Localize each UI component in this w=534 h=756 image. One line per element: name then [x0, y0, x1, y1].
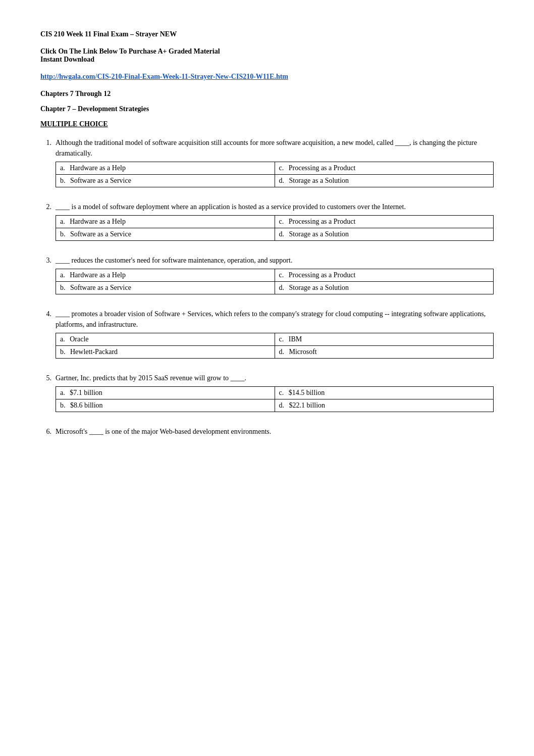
question-2-number: 2.	[40, 201, 51, 212]
document-subtitle: Click On The Link Below To Purchase A+ G…	[40, 47, 494, 64]
subtitle-line2: Instant Download	[40, 56, 94, 63]
question-4-answers: a. Oracle c. IBM b. Hewlett-Packard d. M…	[56, 333, 494, 359]
question-4-number: 4.	[40, 309, 51, 330]
answer-2a: a. Hardware as a Help	[56, 216, 275, 228]
answer-4c: c. IBM	[275, 333, 494, 346]
question-4-text: 4. ____ promotes a broader vision of Sof…	[40, 309, 494, 330]
answer-1b: b. Software as a Service	[56, 175, 275, 187]
question-1-text: 1. Although the traditional model of sof…	[40, 137, 494, 159]
answer-5a: a. $7.1 billion	[56, 387, 275, 399]
question-3-text: 3. ____ reduces the customer's need for …	[40, 255, 494, 266]
answer-2b: b. Software as a Service	[56, 228, 275, 241]
answer-3a: a. Hardware as a Help	[56, 269, 275, 282]
question-3-answers: a. Hardware as a Help c. Processing as a…	[56, 269, 494, 294]
question-1-answers: a. Hardware as a Help c. Processing as a…	[56, 162, 494, 187]
chapters-range: Chapters 7 Through 12	[40, 90, 494, 98]
question-5: 5. Gartner, Inc. predicts that by 2015 S…	[40, 373, 494, 412]
answer-3c: c. Processing as a Product	[275, 269, 494, 282]
question-4-body: ____ promotes a broader vision of Softwa…	[56, 309, 494, 330]
answer-3d: d. Storage as a Solution	[275, 282, 494, 294]
question-5-number: 5.	[40, 373, 51, 383]
question-6: 6. Microsoft's ____ is one of the major …	[40, 426, 494, 437]
answer-5c: c. $14.5 billion	[275, 387, 494, 399]
question-3: 3. ____ reduces the customer's need for …	[40, 255, 494, 294]
question-5-answers: a. $7.1 billion c. $14.5 billion b. $8.6…	[56, 386, 494, 412]
answer-2c: c. Processing as a Product	[275, 216, 494, 228]
question-6-text: 6. Microsoft's ____ is one of the major …	[40, 426, 494, 437]
answer-1a: a. Hardware as a Help	[56, 162, 275, 175]
subtitle-line1: Click On The Link Below To Purchase A+ G…	[40, 47, 220, 55]
document-title: CIS 210 Week 11 Final Exam – Strayer NEW	[40, 30, 494, 38]
question-6-body: Microsoft's ____ is one of the major Web…	[56, 426, 494, 437]
question-3-number: 3.	[40, 255, 51, 266]
question-5-text: 5. Gartner, Inc. predicts that by 2015 S…	[40, 373, 494, 383]
questions-container: 1. Although the traditional model of sof…	[40, 137, 494, 437]
answer-3b: b. Software as a Service	[56, 282, 275, 294]
answer-5d: d. $22.1 billion	[275, 399, 494, 412]
document-link[interactable]: http://hwgala.com/CIS-210-Final-Exam-Wee…	[40, 73, 494, 81]
question-2-text: 2. ____ is a model of software deploymen…	[40, 201, 494, 212]
question-3-body: ____ reduces the customer's need for sof…	[56, 255, 494, 266]
question-2-answers: a. Hardware as a Help c. Processing as a…	[56, 215, 494, 241]
answer-4d: d. Microsoft	[275, 346, 494, 359]
answer-1c: c. Processing as a Product	[275, 162, 494, 175]
question-1: 1. Although the traditional model of sof…	[40, 137, 494, 187]
answer-5b: b. $8.6 billion	[56, 399, 275, 412]
answer-2d: d. Storage as a Solution	[275, 228, 494, 241]
question-5-body: Gartner, Inc. predicts that by 2015 SaaS…	[56, 373, 494, 383]
section-label: MULTIPLE CHOICE	[40, 120, 494, 128]
question-4: 4. ____ promotes a broader vision of Sof…	[40, 309, 494, 359]
question-1-number: 1.	[40, 137, 51, 159]
answer-4b: b. Hewlett-Packard	[56, 346, 275, 359]
answer-1d: d. Storage as a Solution	[275, 175, 494, 187]
question-6-number: 6.	[40, 426, 51, 437]
question-2: 2. ____ is a model of software deploymen…	[40, 201, 494, 241]
question-2-body: ____ is a model of software deployment w…	[56, 201, 494, 212]
chapter-title: Chapter 7 – Development Strategies	[40, 105, 494, 113]
answer-4a: a. Oracle	[56, 333, 275, 346]
question-1-body: Although the traditional model of softwa…	[56, 137, 494, 159]
